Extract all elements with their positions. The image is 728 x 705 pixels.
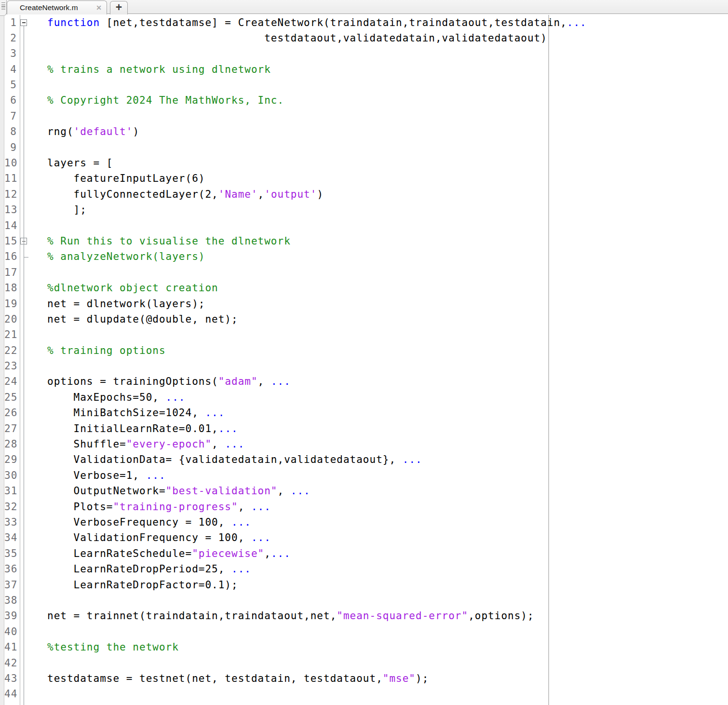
line-number: 25 [4,390,20,405]
tab-title: CreateNetwork.m [20,3,93,12]
code-text: featureInputLayer(6) [20,173,205,184]
code-text: fullyConnectedLayer(2,'Name','output') [20,189,324,200]
code-lines: 1function [net,testdatamse] = CreateNetw… [4,15,728,702]
code-text: % trains a network using dlnetwork [20,64,271,75]
code-line[interactable]: 24options = trainingOptions("adam", ... [4,374,728,389]
code-text: LearnRateDropPeriod=25, ... [20,563,251,575]
code-line[interactable]: 4% trains a network using dlnetwork [4,62,728,77]
code-line[interactable]: 36 LearnRateDropPeriod=25, ... [4,561,728,577]
code-text [20,79,47,91]
code-line[interactable]: 39net = trainnet(traindatain,traindataou… [4,608,728,624]
code-text: InitialLearnRate=0.01,... [20,423,238,434]
code-line[interactable]: 11 featureInputLayer(6) [4,171,728,186]
line-number: 23 [4,358,20,374]
tab-createnetwork[interactable]: CreateNetwork.m ✕ [7,0,107,14]
code-line[interactable]: 44 [4,686,728,702]
code-text: %testing the network [20,641,179,653]
code-line[interactable]: 41%testing the network [4,639,728,655]
code-text: MiniBatchSize=1024, ... [20,407,225,419]
code-text: MaxEpochs=50, ... [20,392,186,403]
code-line[interactable]: 38 [4,593,728,608]
line-number: 29 [4,452,20,467]
code-fold-collapse-icon[interactable] [20,19,27,26]
code-line[interactable]: 23 [4,358,728,374]
code-text: LearnRateDropFactor=0.1); [20,579,238,591]
code-line[interactable]: 27 InitialLearnRate=0.01,... [4,421,728,436]
code-editor[interactable]: 1function [net,testdatamse] = CreateNetw… [4,15,728,705]
code-line[interactable]: 34 ValidationFrequency = 100, ... [4,530,728,545]
code-line[interactable]: 6% Copyright 2024 The MathWorks, Inc. [4,93,728,108]
code-line[interactable]: 20net = dlupdate(@double, net); [4,312,728,327]
line-number: 41 [4,639,20,655]
code-line[interactable]: 37 LearnRateDropFactor=0.1); [4,577,728,593]
code-line[interactable]: 7 [4,108,728,124]
code-line[interactable]: 43testdatamse = testnet(net, testdatain,… [4,671,728,686]
code-line[interactable]: 28 Shuffle="every-epoch", ... [4,436,728,452]
code-line[interactable]: 2 testdataout,validatedatain,validatedat… [4,30,728,46]
code-line[interactable]: 31 OutputNetwork="best-validation", ... [4,483,728,499]
code-line[interactable]: 26 MiniBatchSize=1024, ... [4,405,728,420]
line-number: 21 [4,327,20,342]
tab-close-icon[interactable]: ✕ [96,4,102,12]
panel-grip-handle[interactable] [0,0,7,16]
line-number: 30 [4,468,20,483]
new-tab-button[interactable]: + [110,1,128,14]
code-line[interactable]: 18%dlnetwork object creation [4,280,728,296]
code-line[interactable]: 25 MaxEpochs=50, ... [4,390,728,405]
code-text: % training options [20,345,166,356]
code-line[interactable]: 42 [4,655,728,671]
line-number: 12 [4,187,20,202]
code-line[interactable]: 1function [net,testdatamse] = CreateNetw… [4,15,728,30]
code-line[interactable]: 13 ]; [4,202,728,217]
minus-glyph [22,22,26,23]
code-line[interactable]: 35 LearnRateSchedule="piecewise",... [4,546,728,561]
code-line[interactable]: 21 [4,327,728,342]
code-line[interactable]: 10layers = [ [4,155,728,171]
code-line[interactable]: 5 [4,77,728,93]
line-number: 19 [4,296,20,312]
code-line[interactable]: 29 ValidationData= {validatedatain,valid… [4,452,728,467]
code-line[interactable]: 17 [4,265,728,280]
code-text: options = trainingOptions("adam", ... [20,376,291,387]
line-number: 34 [4,530,20,545]
code-line[interactable]: 33 VerboseFrequency = 100, ... [4,515,728,530]
code-line[interactable]: 30 Verbose=1, ... [4,468,728,483]
code-text [20,360,47,372]
line-number: 27 [4,421,20,436]
code-line[interactable]: 32 Plots="training-progress", ... [4,499,728,515]
code-text: Verbose=1, ... [20,470,166,481]
code-line[interactable]: 22% training options [4,343,728,358]
code-line[interactable]: 12 fullyConnectedLayer(2,'Name','output'… [4,187,728,202]
code-line[interactable]: 9 [4,140,728,155]
minus-glyph [22,241,26,242]
code-fold-collapse-icon[interactable] [20,238,27,244]
line-number: 44 [4,686,20,702]
line-number: 43 [4,671,20,686]
code-text: layers = [ [20,157,113,169]
code-line[interactable]: 15% Run this to visualise the dlnetwork [4,233,728,249]
line-number: 22 [4,343,20,358]
line-number: 4 [4,62,20,77]
line-number: 8 [4,124,20,139]
code-text: testdataout,validatedatain,validatedatao… [20,32,547,44]
code-line[interactable]: 19net = dlnetwork(layers); [4,296,728,312]
code-text: LearnRateSchedule="piecewise",... [20,548,291,559]
line-number: 18 [4,280,20,296]
code-line[interactable]: 14 [4,218,728,233]
line-number: 6 [4,93,20,108]
code-text [20,626,47,637]
line-number: 17 [4,265,20,280]
code-text: ValidationData= {validatedatain,validate… [20,454,422,465]
code-line[interactable]: 40 [4,624,728,639]
line-number: 11 [4,171,20,186]
line-number: 38 [4,593,20,608]
code-text [20,110,47,122]
code-line[interactable]: 8rng('default') [4,124,728,139]
tab-bar: CreateNetwork.m ✕ + [0,0,728,14]
line-number: 26 [4,405,20,420]
code-line[interactable]: 3 [4,46,728,61]
code-text [20,688,47,700]
code-line[interactable]: 16% analyzeNetwork(layers) [4,249,728,264]
code-text [20,267,47,278]
code-text: ValidationFrequency = 100, ... [20,532,271,543]
